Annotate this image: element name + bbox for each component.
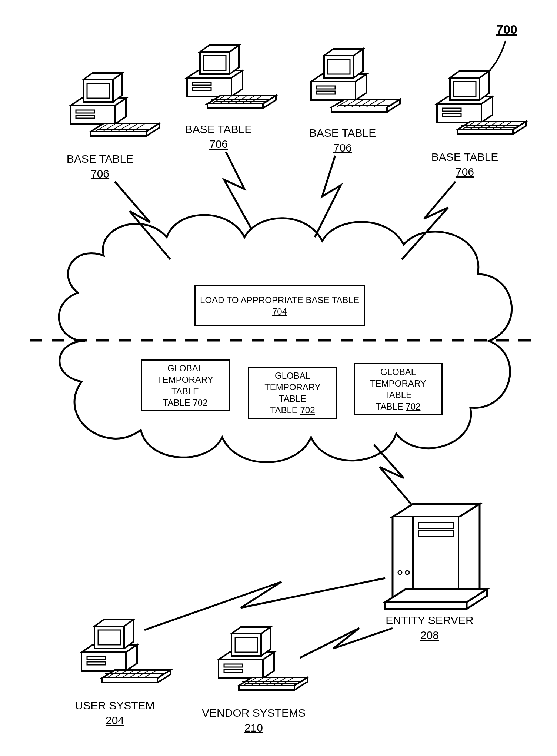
figure-number: 700 [496, 22, 517, 37]
svg-rect-34 [454, 82, 476, 96]
svg-line-69 [281, 678, 293, 685]
svg-rect-62 [224, 664, 243, 667]
svg-line-29 [359, 100, 370, 107]
svg-line-31 [374, 100, 385, 107]
entity-server-label: ENTITY SERVER208 [374, 613, 485, 642]
gtt-text: GLOBAL TEMPORARY TABLE [144, 362, 226, 397]
svg-point-48 [398, 571, 402, 574]
svg-rect-2 [76, 110, 94, 113]
svg-line-55 [122, 671, 133, 677]
svg-rect-46 [418, 523, 454, 528]
svg-rect-1 [87, 83, 109, 98]
user-system-label: USER SYSTEM204 [65, 699, 165, 727]
svg-line-54 [115, 671, 126, 677]
svg-line-41 [493, 122, 504, 129]
svg-line-7 [119, 124, 130, 131]
svg-rect-51 [87, 657, 106, 660]
svg-line-40 [485, 122, 496, 129]
svg-line-37 [463, 122, 474, 129]
svg-line-56 [130, 671, 141, 677]
svg-line-38 [470, 122, 481, 129]
svg-rect-36 [443, 113, 461, 116]
svg-line-4 [96, 124, 107, 131]
svg-rect-47 [418, 531, 454, 537]
svg-line-58 [144, 671, 156, 677]
vendor-systems-label: VENDOR SYSTEMS210 [194, 706, 313, 735]
diagram-canvas: 700 LOAD TO APPROPRIATE BASE TABLE 704 G… [0, 0, 557, 756]
svg-rect-63 [224, 669, 243, 672]
svg-line-64 [244, 678, 256, 685]
svg-rect-35 [443, 108, 461, 111]
svg-line-30 [367, 100, 378, 107]
svg-line-27 [344, 100, 356, 107]
svg-rect-3 [76, 115, 94, 118]
svg-line-6 [111, 124, 122, 131]
base-table-1-label: BASE TABLE706 [54, 152, 146, 180]
load-box-text: LOAD TO APPROPRIATE BASE TABLE [200, 294, 359, 306]
gtt-text: GLOBAL TEMPORARY TABLE [357, 366, 439, 401]
gtt-ref-prefix: TABLE 702 [376, 401, 421, 412]
svg-point-49 [406, 571, 409, 574]
svg-line-67 [267, 678, 278, 685]
gtt-ref-prefix: TABLE 702 [270, 404, 315, 416]
base-table-2-label: BASE TABLE706 [172, 122, 265, 151]
svg-rect-12 [204, 56, 226, 70]
gtt-box-3: GLOBAL TEMPORARY TABLE TABLE 702 [354, 363, 443, 415]
svg-rect-25 [317, 91, 335, 94]
svg-line-53 [107, 671, 119, 677]
svg-line-16 [220, 96, 231, 103]
gtt-box-2: GLOBAL TEMPORARY TABLE TABLE 702 [248, 367, 337, 419]
svg-rect-14 [193, 87, 211, 90]
gtt-text: GLOBAL TEMPORARY TABLE [251, 370, 334, 405]
svg-line-5 [104, 124, 115, 131]
svg-rect-24 [317, 86, 335, 89]
svg-line-57 [137, 671, 148, 677]
svg-line-18 [235, 96, 246, 103]
svg-line-20 [250, 96, 261, 103]
svg-line-28 [352, 100, 363, 107]
svg-line-26 [337, 100, 348, 107]
svg-line-8 [126, 124, 137, 131]
svg-line-66 [259, 678, 270, 685]
svg-rect-13 [193, 82, 211, 85]
gtt-box-1: GLOBAL TEMPORARY TABLE TABLE 702 [141, 359, 230, 411]
svg-line-39 [478, 122, 489, 129]
svg-line-19 [243, 96, 254, 103]
svg-rect-52 [87, 662, 106, 665]
load-to-base-table-box: LOAD TO APPROPRIATE BASE TABLE 704 [194, 285, 365, 326]
svg-rect-61 [235, 637, 257, 652]
svg-line-68 [274, 678, 285, 685]
svg-line-65 [252, 678, 263, 685]
svg-line-15 [213, 96, 224, 103]
gtt-ref-prefix: TABLE 702 [163, 397, 208, 408]
svg-rect-23 [328, 59, 350, 74]
base-table-3-label: BASE TABLE706 [296, 126, 389, 155]
load-box-ref: 704 [272, 306, 287, 317]
svg-rect-50 [98, 630, 120, 645]
base-table-4-label: BASE TABLE706 [418, 150, 511, 179]
svg-line-9 [133, 124, 144, 131]
svg-line-42 [500, 122, 511, 129]
svg-line-17 [228, 96, 239, 103]
